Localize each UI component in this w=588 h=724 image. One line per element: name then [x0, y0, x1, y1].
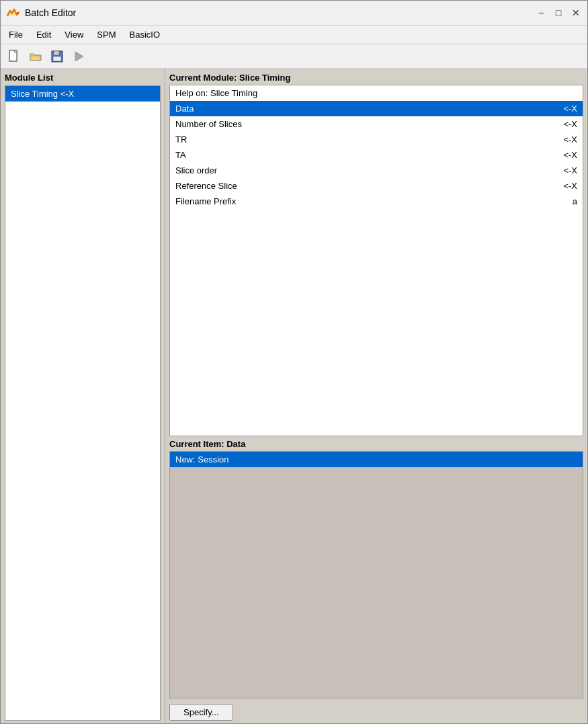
right-panel: Current Module: Slice Timing Help on: Sl…: [165, 69, 587, 724]
matlab-logo-icon: [6, 5, 21, 20]
menu-basicio[interactable]: BasicIO: [124, 28, 165, 41]
row-label-tr: TR: [175, 134, 187, 145]
current-module-label: Current Module: Slice Timing: [169, 73, 583, 83]
row-value-sliceorder: <-X: [563, 165, 577, 175]
module-content-box[interactable]: Help on: Slice Timing Data <-X Number of…: [169, 85, 583, 436]
main-area: Module List Slice Timing <-X Current Mod…: [1, 69, 587, 724]
current-item-label: Current Item: Data: [169, 439, 583, 449]
module-list-title: Module List: [5, 73, 161, 83]
new-file-icon: [7, 50, 21, 63]
row-value-numslices: <-X: [563, 119, 577, 129]
module-row-numslices[interactable]: Number of Slices <-X: [170, 116, 583, 132]
titlebar-controls: − □ ✕: [535, 7, 582, 19]
run-icon: [72, 50, 85, 63]
module-row-ta[interactable]: TA <-X: [170, 147, 583, 163]
maximize-button[interactable]: □: [552, 7, 564, 19]
row-label-filenameprefix: Filename Prefix: [175, 196, 236, 206]
specify-button[interactable]: Specify...: [169, 704, 233, 721]
menu-view[interactable]: View: [59, 28, 89, 41]
left-panel: Module List Slice Timing <-X: [1, 69, 165, 724]
item-row-session[interactable]: New: Session: [170, 452, 583, 467]
titlebar: Batch Editor − □ ✕: [1, 1, 587, 26]
module-row-sliceorder[interactable]: Slice order <-X: [170, 163, 583, 178]
menu-file[interactable]: File: [3, 28, 28, 41]
module-row-data[interactable]: Data <-X: [170, 101, 583, 116]
module-item-slice-timing[interactable]: Slice Timing <-X: [5, 86, 160, 102]
svg-rect-4: [54, 51, 59, 55]
row-label-numslices: Number of Slices: [175, 119, 242, 129]
save-file-button[interactable]: [48, 47, 67, 66]
new-file-button[interactable]: [5, 47, 24, 66]
run-button[interactable]: [69, 47, 88, 66]
app-title: Batch Editor: [25, 7, 76, 18]
row-label-sliceorder: Slice order: [175, 165, 217, 175]
toolbar: [1, 44, 587, 69]
help-row: Help on: Slice Timing: [170, 85, 583, 101]
menu-spm[interactable]: SPM: [91, 28, 121, 41]
item-list-box[interactable]: New: Session: [169, 451, 583, 698]
row-value-refslice: <-X: [563, 181, 577, 191]
module-list-box[interactable]: Slice Timing <-X: [5, 85, 161, 721]
row-value-tr: <-X: [563, 134, 577, 145]
help-label: Help on: Slice Timing: [175, 88, 257, 98]
current-module-section: Current Module: Slice Timing Help on: Sl…: [169, 73, 583, 436]
module-row-tr[interactable]: TR <-X: [170, 132, 583, 147]
svg-marker-6: [75, 52, 83, 61]
save-file-icon: [50, 50, 64, 63]
module-row-filenameprefix[interactable]: Filename Prefix a: [170, 194, 583, 209]
row-value-filenameprefix: a: [573, 196, 577, 206]
open-file-button[interactable]: [26, 47, 45, 66]
row-label-data: Data: [175, 104, 194, 114]
module-row-refslice[interactable]: Reference Slice <-X: [170, 178, 583, 194]
svg-rect-2: [15, 50, 17, 52]
row-value-ta: <-X: [563, 150, 577, 160]
open-file-icon: [29, 50, 42, 63]
menu-edit[interactable]: Edit: [31, 28, 56, 41]
titlebar-left: Batch Editor: [6, 5, 76, 20]
row-label-ta: TA: [175, 150, 186, 160]
row-value-data: <-X: [563, 104, 577, 114]
row-label-refslice: Reference Slice: [175, 181, 237, 191]
current-item-section: Current Item: Data New: Session: [169, 439, 583, 698]
close-button[interactable]: ✕: [570, 7, 582, 19]
menubar: File Edit View SPM BasicIO: [1, 26, 587, 44]
minimize-button[interactable]: −: [535, 7, 547, 19]
svg-rect-5: [53, 56, 61, 61]
